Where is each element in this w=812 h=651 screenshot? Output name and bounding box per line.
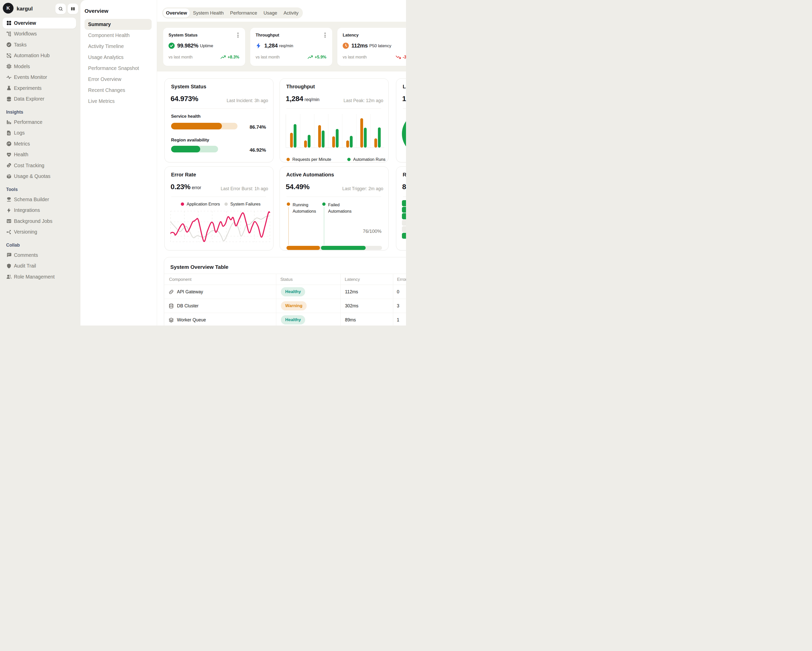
svg-text:1: 1 [8,165,9,168]
